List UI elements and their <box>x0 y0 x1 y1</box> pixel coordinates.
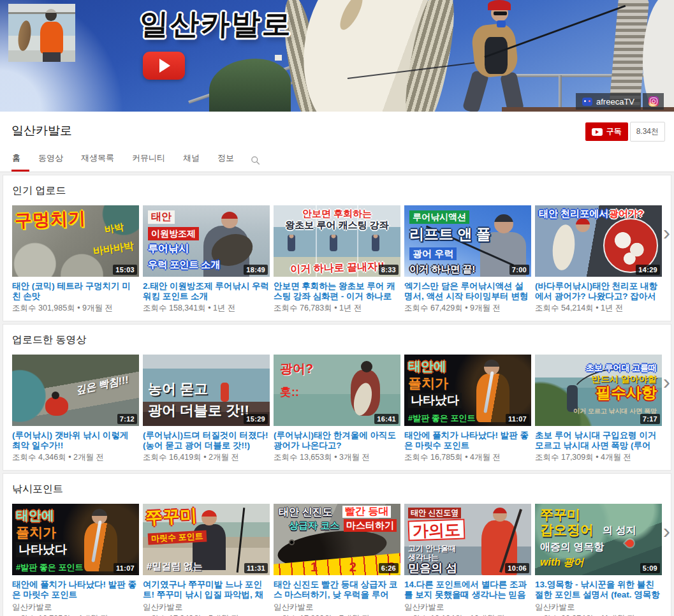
thumbnail-overlay-text: 의 성지 <box>603 525 636 536</box>
video-thumbnail[interactable]: 구멍치기바박바바바박15:03 <box>12 205 139 277</box>
video-card[interactable]: 초보 루어대 고를때반드시 알아야할필수사항이거 모르고 낚시대 사면 폭망7:… <box>535 355 662 462</box>
thumbnail-overlay-text: 안보면 후회하는 <box>302 209 372 219</box>
video-thumbnail[interactable]: 태안 천리포에서광어가?14:29 <box>535 205 662 277</box>
video-title[interactable]: 2.태안 이원방조제 루어낚시 우럭 워킹 포인트 소개 <box>143 281 270 302</box>
video-channel[interactable]: 일산카발로 <box>12 603 139 612</box>
video-channel[interactable]: 일산카발로 <box>404 603 531 612</box>
video-title[interactable]: 안보면 후회하는 왕초보 루어 캐스팅 강좌 심화편 - 이거 하나로 끝내..… <box>274 281 400 302</box>
banner-railing-art <box>559 75 562 112</box>
video-title[interactable]: 태안 (코믹) 테트라 구멍치기 미친 손맛 <box>12 281 139 302</box>
video-thumbnail[interactable]: 초보 루어대 고를때반드시 알아야할필수사항이거 모르고 낚시대 사면 폭망7:… <box>535 355 662 426</box>
video-card[interactable]: 쭈꾸미갑오징어의 성지애증의 영목항with 광어5:0913.영목항 - 낚시… <box>535 504 662 616</box>
video-card[interactable]: 태안이원방조제루어낚시우럭 포인트 소개18:492.태안 이원방조제 루어낚시… <box>143 205 270 313</box>
thumbnail-overlay-text: 나타났다 <box>408 393 462 408</box>
video-card[interactable]: 태안 신진도옆가의도고기 안나올때생각나는믿음의 섬10:0614.다른 포인트… <box>404 504 531 616</box>
tab-5[interactable]: 채널 <box>174 152 209 172</box>
video-card[interactable]: 태안 천리포에서광어가?14:29(바다루어낚시)태안 천리포 내항에서 광어가… <box>535 205 662 313</box>
thumbnail-art <box>45 397 68 416</box>
channel-header: 일산카발로 구독 8.34천 홈동영상재생목록커뮤니티채널정보 <box>0 112 674 172</box>
video-card[interactable]: 쭈꾸미마릿수 포인트#밑걸림 없는11:31여기였구나 쭈꾸미밭 느나 포인트!… <box>143 504 270 616</box>
thumbnail-art <box>52 392 59 399</box>
thumbnail-overlay-text: 태안 <box>148 210 175 224</box>
thumbnail-art <box>576 218 590 232</box>
video-channel[interactable]: 일산카발로 <box>535 603 662 612</box>
video-thumbnail[interactable]: 태안이원방조제루어낚시우럭 포인트 소개18:49 <box>143 205 270 277</box>
thumbnail-overlay-text: 농어 묻고 <box>148 381 208 396</box>
video-card[interactable]: 깊은 빡침!!!7:12(루어낚시) 갯바위 낚시 이렇게 최악 일수가!!조회… <box>12 355 139 462</box>
search-icon[interactable] <box>251 156 260 165</box>
tab-2[interactable]: 동영상 <box>29 152 72 172</box>
thumbnail-overlay-text: 태안에 <box>16 509 54 522</box>
chevron-right-icon[interactable]: › <box>663 370 670 392</box>
video-thumbnail[interactable]: 안보면 후회하는왕초보 루어 캐스팅 강좌이거 하나로 끝내자!!8:33 <box>274 205 400 277</box>
video-channel[interactable]: 일산카발로 <box>143 603 270 612</box>
thumbnail-overlay-text: 나타났다 <box>16 542 70 557</box>
video-thumbnail[interactable]: 태안 신진도옆가의도고기 안나올때생각나는믿음의 섬10:06 <box>404 504 531 575</box>
tab-3[interactable]: 재생목록 <box>72 152 123 172</box>
video-thumbnail[interactable]: 태안 신진도빨간 등대상급자 코스마스터하기1 2 36:26 <box>274 504 400 575</box>
thumbnail-overlay-text: 우럭 포인트 소개 <box>148 260 220 270</box>
thumbnail-art <box>550 223 576 271</box>
video-meta: 조회수 16,785회 • 4개월 전 <box>404 453 531 462</box>
video-card[interactable]: 태안 신진도빨간 등대상급자 코스마스터하기1 2 36:26태안 신진도 빨간… <box>274 504 400 616</box>
video-title[interactable]: 여기였구나 쭈꾸미밭 느나 포인트! 쭈꾸미 낚시 입질 파악법, 채비법 <box>143 580 270 600</box>
video-title[interactable]: 태안에 풀치가 나타났다! 발판 좋은 마릿수 포인트 <box>404 430 531 451</box>
inset-angler-art <box>40 22 63 54</box>
thumbnail-overlay-text: 광어 우럭 <box>409 247 457 260</box>
video-thumbnail[interactable]: 태안에풀치가나타났다#발판 좋은 포인트11:07 <box>404 355 531 426</box>
tab-1[interactable]: 홈 <box>11 152 29 172</box>
video-title[interactable]: 13.영목항 - 낚시꾼을 위한 불친절한 포인트 설명서 (feat. 영목항… <box>535 580 662 600</box>
banner-fisherman-art <box>500 71 524 112</box>
video-card[interactable]: 광어?훗::16:41(루어낚시)태안 한겨울에 아직도 광어가 나온다고?조회… <box>274 355 400 462</box>
thumbnail-overlay-text: 상급자 코스 <box>289 520 339 531</box>
video-card[interactable]: 루어낚시액션리프트 앤 폴광어 우럭이거 하나면 끝!7:00엑기스만 담은 루… <box>404 205 531 313</box>
tab-6[interactable]: 정보 <box>209 152 243 172</box>
video-duration: 7:12 <box>117 414 137 424</box>
thumbnail-overlay-text: 초보 루어대 고를때 <box>586 363 657 372</box>
channel-content: 인기 업로드구멍치기바박바바바박15:03태안 (코믹) 테트라 구멍치기 미친… <box>0 175 674 616</box>
video-title[interactable]: (루어낚시)드뎌 터질것이 터졌다! (농어 묻고 광어 더블로 갓!!) <box>143 430 270 451</box>
video-thumbnail[interactable]: 쭈꾸미마릿수 포인트#밑걸림 없는11:31 <box>143 504 270 575</box>
thumbnail-overlay-text: 태안에 <box>408 360 446 373</box>
thumbnail-overlay-text: 가의도 <box>407 518 465 541</box>
video-title[interactable]: 14.다른 포인트에서 별다른 조과를 보지 못했을때 생각나는 믿음의... <box>404 580 531 600</box>
video-channel[interactable]: 일산카발로 <box>274 603 400 612</box>
thumbnail-art <box>372 235 379 251</box>
video-thumbnail[interactable]: 태안에풀치가나타났다#발판 좋은 포인트11:07 <box>12 504 139 575</box>
tab-4[interactable]: 커뮤니티 <box>123 152 174 172</box>
video-thumbnail[interactable]: 광어?훗::16:41 <box>274 355 400 426</box>
thumbnail-overlay-text: 빨간 등대 <box>342 506 391 518</box>
chevron-right-icon[interactable]: › <box>663 221 670 243</box>
video-card[interactable]: 태안에풀치가나타났다#발판 좋은 포인트11:07태안에 풀치가 나타났다! 발… <box>404 355 531 462</box>
video-card[interactable]: 태안에풀치가나타났다#발판 좋은 포인트11:07태안에 풀치가 나타났다! 발… <box>12 504 139 616</box>
thumbnail-overlay-text: #발판 좋은 포인트 <box>16 563 83 572</box>
thumbnail-overlay-text: 갑오징어 <box>540 523 594 537</box>
thumbnail-art <box>237 508 245 573</box>
chevron-right-icon[interactable]: › <box>663 520 670 541</box>
video-title[interactable]: 엑기스만 담은 루어낚시액션 설명서, 액션 시작 타이밍부터 변형 액... <box>404 281 531 302</box>
subscribe-button[interactable]: 구독 <box>585 122 628 141</box>
video-title[interactable]: (루어낚시)태안 한겨울에 아직도 광어가 나온다고? <box>274 430 400 451</box>
video-card[interactable]: 구멍치기바박바바바박15:03태안 (코믹) 테트라 구멍치기 미친 손맛조회수… <box>12 205 139 313</box>
video-thumbnail[interactable]: 쭈꾸미갑오징어의 성지애증의 영목항with 광어5:09 <box>535 504 662 575</box>
thumbnail-art <box>476 374 509 422</box>
afreecatv-link[interactable]: afreecaTV <box>576 93 641 110</box>
thumbnail-art <box>288 235 295 251</box>
instagram-link[interactable] <box>643 93 664 110</box>
banner-hill-art <box>209 59 291 112</box>
thumbnail-overlay-text: 이거 하나면 끝! <box>409 264 475 274</box>
video-title[interactable]: (루어낚시) 갯바위 낚시 이렇게 최악 일수가!! <box>12 430 139 451</box>
channel-name: 일산카발로 <box>11 112 674 139</box>
video-thumbnail[interactable]: 깊은 빡침!!!7:12 <box>12 355 139 426</box>
video-title[interactable]: 초보 루어 낚시대 구입요령 이거 모르고 낚시대 사면 폭망 (루어 낚... <box>535 430 662 451</box>
video-card[interactable]: 안보면 후회하는왕초보 루어 캐스팅 강좌이거 하나로 끝내자!!8:33안보면… <box>274 205 400 313</box>
video-card[interactable]: 농어 묻고광어 더블로 갓!!15:29(루어낚시)드뎌 터질것이 터졌다! (… <box>143 355 270 462</box>
thumbnail-overlay-text: 구멍치기 <box>15 209 87 230</box>
video-thumbnail[interactable]: 루어낚시액션리프트 앤 폴광어 우럭이거 하나면 끝!7:00 <box>404 205 531 277</box>
video-title[interactable]: (바다루어낚시)태안 천리포 내항에서 광어가? 나왔다고? 잡아서 회... <box>535 281 662 302</box>
thumbnail-art <box>289 539 295 545</box>
video-title[interactable]: 태안 신진도 빨간 등대 상급자 코스 마스터하기, 낮 우럭을 루어 낚... <box>274 580 400 600</box>
thumbnail-overlay-text: 훗:: <box>280 386 299 399</box>
video-thumbnail[interactable]: 농어 묻고광어 더블로 갓!!15:29 <box>143 355 270 426</box>
video-title[interactable]: 태안에 풀치가 나타났다! 발판 좋은 마릿수 포인트 <box>12 580 139 600</box>
